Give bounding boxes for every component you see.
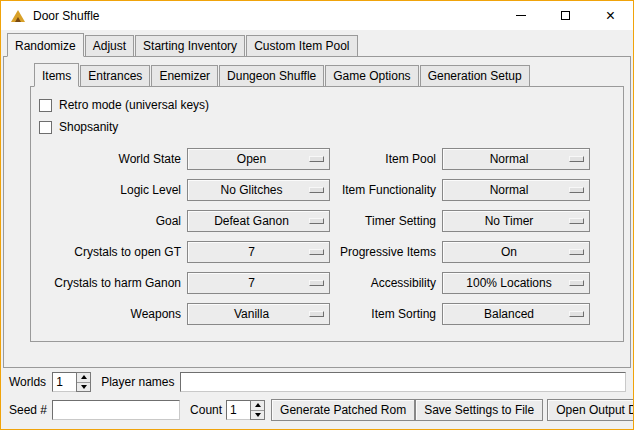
shopsanity-label: Shopsanity [59,120,118,134]
crystals-open-gt-label: Crystals to open GT [39,245,181,259]
spin-down-button[interactable] [251,411,264,420]
close-button[interactable]: × [588,1,633,30]
worlds-spin-buttons [76,372,91,392]
dropdown-value: Normal [490,152,543,166]
count-spinbox [226,400,265,420]
dropdown-indicator-icon [569,280,584,286]
crystals-harm-ganon-label: Crystals to harm Ganon [39,276,181,290]
dropdown-value: Defeat Ganon [214,214,303,228]
titlebar: Door Shuffle × [1,1,633,30]
footer: Worlds Player names Seed # Count [1,368,633,429]
window-controls: × [498,1,633,30]
accessibility-label: Accessibility [336,276,436,290]
shopsanity-checkbox[interactable] [39,121,52,134]
spin-down-icon [81,385,87,389]
spin-down-button[interactable] [77,383,90,392]
minimize-icon [516,15,526,16]
options-grid: World State Open Item Pool Normal Logic … [39,148,623,325]
tab-starting-inventory[interactable]: Starting Inventory [135,35,245,57]
inner-notebook: Items Entrances Enemizer Dungeon Shuffle… [30,63,624,342]
dropdown-item-pool[interactable]: Normal [442,148,590,170]
logic-level-label: Logic Level [39,183,181,197]
window: Door Shuffle × Randomize Adjust Starting… [0,0,634,430]
shopsanity-row: Shopsanity [31,116,623,138]
dropdown-progressive-items[interactable]: On [442,241,590,263]
weapons-label: Weapons [39,307,181,321]
dropdown-crystals-harm-ganon[interactable]: 7 [187,272,330,294]
dropdown-world-state[interactable]: Open [187,148,330,170]
spin-up-button[interactable] [77,373,90,383]
goal-label: Goal [39,214,181,228]
seed-row: Seed # Count Generate Patched Rom Save S… [9,399,626,421]
inner-tab-bar: Items Entrances Enemizer Dungeon Shuffle… [30,63,624,86]
world-state-label: World State [39,152,181,166]
dropdown-indicator-icon [569,249,584,255]
tab-randomize[interactable]: Randomize [7,33,84,57]
dropdown-value: 7 [248,276,269,290]
tab-dungeon-shuffle[interactable]: Dungeon Shuffle [219,65,324,87]
dropdown-value: Normal [490,183,543,197]
item-functionality-label: Item Functionality [336,183,436,197]
dropdown-indicator-icon [309,156,324,162]
dropdown-value: No Timer [485,214,548,228]
window-title: Door Shuffle [33,9,100,23]
worlds-row: Worlds Player names [9,372,626,392]
dropdown-indicator-icon [569,311,584,317]
worlds-spinbox [52,372,91,392]
generate-patched-rom-button[interactable]: Generate Patched Rom [271,399,415,421]
dropdown-indicator-icon [309,280,324,286]
count-input[interactable] [226,400,250,420]
dropdown-value: Balanced [484,307,548,321]
player-names-label: Player names [101,375,174,389]
count-spin-buttons [250,400,265,420]
player-names-input[interactable] [180,372,627,392]
dropdown-item-functionality[interactable]: Normal [442,179,590,201]
outer-notebook: Randomize Adjust Starting Inventory Cust… [1,30,633,368]
dropdown-timer-setting[interactable]: No Timer [442,210,590,232]
spin-up-icon [255,403,261,407]
dropdown-indicator-icon [309,249,324,255]
dropdown-goal[interactable]: Defeat Ganon [187,210,330,232]
minimize-button[interactable] [498,1,543,30]
tab-game-options[interactable]: Game Options [325,65,418,87]
items-pane: Retro mode (universal keys) Shopsanity W… [30,86,624,342]
app-icon [10,8,26,24]
dropdown-crystals-open-gt[interactable]: 7 [187,241,330,263]
outer-tab-bar: Randomize Adjust Starting Inventory Cust… [3,33,631,56]
dropdown-logic-level[interactable]: No Glitches [187,179,330,201]
item-pool-label: Item Pool [336,152,436,166]
dropdown-value: Vanilla [234,307,283,321]
close-icon: × [606,11,615,21]
dropdown-weapons[interactable]: Vanilla [187,303,330,325]
count-label: Count [190,403,222,417]
save-settings-button[interactable]: Save Settings to File [415,399,543,421]
dropdown-value: No Glitches [220,183,296,197]
dropdown-value: Open [237,152,280,166]
timer-setting-label: Timer Setting [336,214,436,228]
tab-enemizer[interactable]: Enemizer [151,65,218,87]
worlds-input[interactable] [52,372,76,392]
maximize-button[interactable] [543,1,588,30]
dropdown-value: 7 [248,245,269,259]
dropdown-item-sorting[interactable]: Balanced [442,303,590,325]
triforce-inner-icon [15,17,21,22]
retro-mode-row: Retro mode (universal keys) [31,94,623,116]
worlds-label: Worlds [9,375,46,389]
tab-entrances[interactable]: Entrances [80,65,150,87]
dropdown-accessibility[interactable]: 100% Locations [442,272,590,294]
tab-custom-item-pool[interactable]: Custom Item Pool [246,35,357,57]
spin-up-icon [81,375,87,379]
randomize-pane: Items Entrances Enemizer Dungeon Shuffle… [3,56,631,368]
retro-mode-checkbox[interactable] [39,99,52,112]
maximize-icon [561,11,570,20]
tab-generation-setup[interactable]: Generation Setup [420,65,530,87]
tab-adjust[interactable]: Adjust [85,35,134,57]
spin-up-button[interactable] [251,401,264,411]
tab-items[interactable]: Items [34,63,79,87]
progressive-items-label: Progressive Items [336,245,436,259]
open-output-directory-button[interactable]: Open Output Directory [547,399,634,421]
seed-input[interactable] [52,400,180,420]
dropdown-indicator-icon [309,311,324,317]
dropdown-indicator-icon [309,218,324,224]
dropdown-indicator-icon [569,187,584,193]
